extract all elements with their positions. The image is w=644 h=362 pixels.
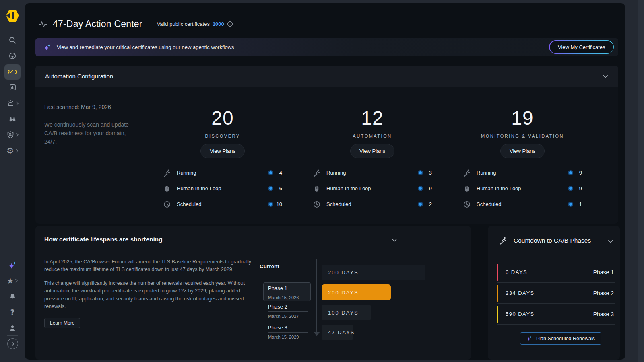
view-plans-button[interactable]: View Plans [350,144,394,158]
chevron-right-icon [15,70,18,74]
current-label: Current [260,263,279,269]
chevron-down-icon[interactable] [391,237,398,243]
timeline-arrow-down-icon [314,332,320,336]
sidebar-item-alerts[interactable] [0,98,25,109]
countdown-rows: 0 DAYS Phase 1 234 DAYS Phase 2 590 DAYS… [497,262,615,325]
hand-icon [163,185,171,193]
sidebar-item-favorites[interactable]: ★ [0,275,25,286]
sidebar-item-ai-assistant[interactable] [0,259,25,271]
sidebar-item-help[interactable]: ? [0,306,25,318]
phase-tab-2[interactable]: Phase 2 March 15, 2027 [268,304,308,319]
binoculars-icon [8,115,17,123]
automation-configuration-title: Automation Configuration [45,73,113,80]
phase-name: Phase 1 [268,285,306,293]
plan-scheduled-renewals-button[interactable]: Plan Scheduled Renewals [520,332,601,345]
view-my-certificates-button[interactable]: View My Certificates [550,41,613,53]
lifespans-paragraph-2: This change will significantly increase … [44,280,254,311]
sidebar-item-discovery[interactable] [0,113,25,125]
lifespans-title: How certificate lifespans are shortening [44,236,163,243]
bell-icon [9,293,17,300]
countdown-days: 0 DAYS [506,269,527,275]
stat-column-monitoring-validation: 19 MONITORING & VALIDATION View Plans Ru… [463,109,582,212]
phase-date: March 15, 2029 [268,335,308,339]
activity-pulse-icon [39,20,47,29]
banner-message: View and remediate your critical certifi… [57,44,234,50]
countdown-row-phase-2: 234 DAYS Phase 2 [497,283,615,304]
phase-name: Phase 2 [268,304,308,312]
stat-row-value: 6 [277,185,282,191]
scan-note-text: We continuously scan and update CA/B rea… [44,121,131,146]
countdown-phase: Phase 1 [593,269,615,276]
lifespan-bar-200-days: 200 DAYS [322,265,425,280]
brand-logo-icon[interactable] [5,8,20,23]
sidebar-item-search[interactable] [0,35,25,46]
status-dot [418,186,423,191]
phase-tab-1-selected[interactable]: Phase 1 March 15, 2026 [263,282,311,301]
sidebar-item-scan[interactable] [0,50,25,62]
stat-row-label: Scheduled [477,201,501,207]
phase-name: Phase 3 [268,325,308,333]
question-mark-icon: ? [10,309,14,316]
runner-icon [499,237,507,245]
phase-tab-3[interactable]: Phase 3 March 15, 2029 [268,325,308,339]
person-icon [8,324,17,332]
phase-color-bar [497,306,498,323]
stat-row-value: 4 [277,170,282,176]
stat-row-label: Human In the Loop [477,185,521,191]
countdown-header: Countdown to CA/B Phases [499,237,591,245]
lifespan-bar-47-days: 47 DAYS [322,325,353,340]
page-header: 47-Day Action Center Valid public certif… [39,19,233,29]
stat-row-scheduled: Scheduled 10 [163,196,282,212]
stat-row-value: 10 [277,201,282,207]
gear-icon: ⚙ [6,147,14,155]
stat-row-human-in-the-loop: Human In the Loop 6 [163,181,282,196]
sidebar-item-settings[interactable]: ⚙ [0,145,25,156]
lifespan-bar-100-days: 100 DAYS [322,305,371,320]
stat-row-value: 2 [426,201,432,207]
countdown-title: Countdown to CA/B Phases [514,237,591,244]
countdown-days: 590 DAYS [506,311,535,317]
last-scanned-text: Last scanned: Mar 9, 2026 [44,104,131,110]
stat-row-value: 1 [576,201,582,207]
valid-certificates-count-link[interactable]: 1000 [213,21,224,27]
chevron-down-icon[interactable] [602,73,609,80]
stat-row-label: Running [177,170,196,176]
sparkles-icon [526,335,533,341]
stat-count: 12 [313,109,432,128]
sidebar-expand-button[interactable] [7,338,18,349]
clock-icon [313,200,321,208]
countdown-row-phase-1: 0 DAYS Phase 1 [497,262,615,283]
lifespans-card: How certificate lifespans are shortening… [35,226,471,360]
automation-configuration-header[interactable]: Automation Configuration [35,66,618,87]
sidebar-divider [7,335,18,336]
phase-date: March 15, 2026 [268,295,306,300]
learn-more-button[interactable]: Learn More [44,318,80,328]
sidebar-item-account[interactable] [0,323,25,334]
scan-info: Last scanned: Mar 9, 2026 We continuousl… [44,104,131,146]
runner-icon [313,169,321,177]
countdown-phase: Phase 3 [593,311,615,317]
view-plans-button[interactable]: View Plans [200,144,245,158]
siren-icon [6,99,14,107]
sidebar-item-notifications[interactable] [0,291,25,302]
status-dot [568,186,573,191]
window-scroll-strip[interactable] [638,0,644,362]
chevron-down-icon[interactable] [607,238,614,245]
view-plans-button[interactable]: View Plans [500,144,545,158]
countdown-phase: Phase 2 [593,290,615,296]
stat-row-human-in-the-loop: Human In the Loop 9 [463,181,582,196]
plan-scheduled-renewals-label: Plan Scheduled Renewals [536,336,595,341]
page-title: 47-Day Action Center [53,19,142,29]
stat-row-value: 9 [426,185,432,191]
sidebar-item-reports[interactable] [0,82,25,93]
star-icon: ★ [7,277,14,285]
info-icon[interactable] [227,21,233,27]
sidebar-item-inspections[interactable] [0,129,25,140]
stat-label: AUTOMATION [313,134,432,138]
chevron-right-icon [16,101,19,105]
stat-row-running: Running 3 [313,165,432,181]
stat-label: MONITORING & VALIDATION [463,134,582,138]
sidebar-item-action-center-active[interactable] [4,64,21,80]
runner-icon [463,169,471,177]
status-dot [418,202,423,207]
